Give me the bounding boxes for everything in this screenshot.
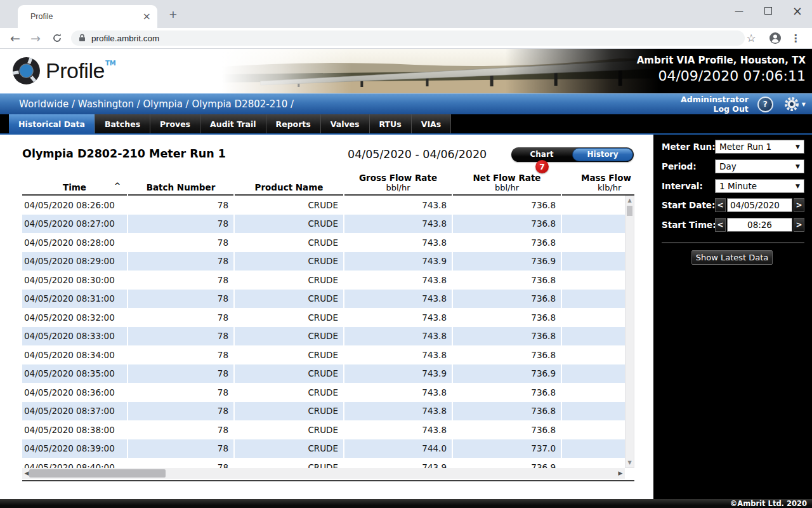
- table-row: 04/05/2020 08:30:00 78 CRUDE 743.8 736.8: [22, 271, 634, 290]
- table-row: 04/05/2020 08:37:00 78 CRUDE 743.8 736.8: [22, 402, 634, 421]
- nav-tab[interactable]: Valves: [321, 114, 370, 133]
- cell-time: 04/05/2020 08:38:00: [22, 420, 127, 439]
- cell-batch-number: 78: [128, 383, 233, 402]
- browser-menu-icon[interactable]: ⋮: [787, 28, 804, 48]
- nav-tab[interactable]: Historical Data: [9, 114, 95, 133]
- start-date-input[interactable]: [727, 198, 792, 212]
- cell-gross-flow-rate: 743.8: [344, 233, 452, 252]
- cell-net-flow-rate: 736.8: [453, 327, 561, 346]
- settings-menu[interactable]: ▼: [783, 96, 806, 112]
- profile-avatar-icon[interactable]: [766, 28, 784, 48]
- new-tab-button[interactable]: +: [165, 6, 181, 23]
- cell-batch-number: 78: [128, 252, 233, 271]
- logout-link[interactable]: Log Out: [681, 104, 749, 114]
- cell-product-name: CRUDE: [235, 345, 343, 364]
- column-header-gross-flow-rate[interactable]: Gross Flow Rate bbl/hr: [344, 170, 452, 196]
- cell-product-name: CRUDE: [235, 252, 343, 271]
- back-icon[interactable]: ←: [6, 28, 24, 48]
- show-latest-data-button[interactable]: Show Latest Data: [691, 250, 773, 265]
- help-icon[interactable]: ?: [757, 97, 773, 112]
- tab-close-icon[interactable]: ×: [143, 11, 151, 22]
- column-header-net-flow-rate[interactable]: Net Flow Rate bbl/hr: [453, 170, 561, 196]
- interval-label: Interval:: [662, 181, 703, 191]
- window-maximize-icon[interactable]: [754, 0, 783, 22]
- cell-product-name: CRUDE: [235, 420, 343, 439]
- cell-time: 04/05/2020 08:26:00: [22, 196, 127, 215]
- cell-net-flow-rate: 736.8: [453, 290, 561, 309]
- cell-batch-number: 78: [128, 439, 233, 458]
- window-minimize-icon[interactable]: —: [724, 0, 754, 22]
- start-time-input[interactable]: [727, 218, 792, 232]
- cell-net-flow-rate: 736.8: [453, 233, 561, 252]
- chevron-down-icon: ▼: [796, 163, 800, 170]
- table-row: 04/05/2020 08:40:00 78 CRUDE 743.9 736.9: [22, 458, 634, 468]
- cell-batch-number: 78: [128, 458, 233, 468]
- forward-icon[interactable]: →: [27, 28, 44, 48]
- cell-mass-flow-rate: [562, 402, 634, 421]
- start-time-prev-button[interactable]: <: [715, 218, 726, 232]
- nav-tab[interactable]: Batches: [95, 114, 150, 133]
- start-time-label: Start Time:: [662, 220, 716, 230]
- horizontal-scrollbar[interactable]: ◀ ▶: [22, 468, 625, 479]
- data-table: Time ^ Batch Number Product Name Gross F…: [22, 170, 634, 480]
- cell-mass-flow-rate: [562, 196, 634, 215]
- nav-tab[interactable]: RTUs: [370, 114, 412, 133]
- cell-product-name: CRUDE: [235, 215, 343, 234]
- cell-gross-flow-rate: 743.8: [344, 402, 452, 421]
- cell-gross-flow-rate: 743.8: [344, 271, 452, 290]
- interval-select[interactable]: 1 Minute ▼: [715, 179, 804, 193]
- cell-product-name: CRUDE: [235, 233, 343, 252]
- cell-time: 04/05/2020 08:37:00: [22, 402, 127, 421]
- chevron-down-icon: ▼: [802, 102, 806, 107]
- nav-tab[interactable]: VIAs: [412, 114, 451, 133]
- column-header-product-name[interactable]: Product Name: [235, 170, 343, 196]
- cell-product-name: CRUDE: [235, 458, 343, 468]
- scroll-up-icon[interactable]: ▲: [625, 196, 634, 205]
- column-header-mass-flow-rate[interactable]: Mass Flow R klb/hr: [562, 170, 634, 196]
- meter-run-select[interactable]: Meter Run 1 ▼: [715, 140, 804, 154]
- start-date-label: Start Date:: [662, 200, 715, 210]
- window-controls: — ×: [724, 0, 812, 22]
- nav-tab[interactable]: Proves: [150, 114, 200, 133]
- cell-time: 04/05/2020 08:39:00: [22, 439, 127, 458]
- cell-gross-flow-rate: 744.0: [344, 439, 452, 458]
- start-time-next-button[interactable]: >: [794, 218, 804, 232]
- cell-time: 04/05/2020 08:27:00: [22, 215, 127, 234]
- cell-time: 04/05/2020 08:32:00: [22, 308, 127, 327]
- bookmark-star-icon[interactable]: ☆: [742, 28, 760, 48]
- cell-mass-flow-rate: [562, 215, 634, 234]
- horizontal-scroll-thumb[interactable]: [29, 469, 166, 478]
- cell-mass-flow-rate: [562, 252, 634, 271]
- vertical-scrollbar[interactable]: ▲ ▼: [625, 196, 634, 468]
- period-select[interactable]: Day ▼: [715, 159, 804, 173]
- reload-icon[interactable]: [48, 28, 66, 48]
- cell-net-flow-rate: 736.8: [453, 402, 561, 421]
- table-row: 04/05/2020 08:39:00 78 CRUDE 744.0 737.0: [22, 439, 634, 458]
- vertical-scroll-thumb[interactable]: [627, 206, 632, 216]
- scroll-down-icon[interactable]: ▼: [625, 458, 634, 467]
- meter-run-label: Meter Run:: [662, 142, 716, 152]
- browser-tab[interactable]: Profile ×: [18, 5, 157, 28]
- url-bar[interactable]: profile.ambrit.com: [71, 30, 745, 46]
- column-header-time[interactable]: Time ^: [22, 170, 127, 196]
- lock-icon[interactable]: [79, 32, 86, 44]
- toggle-history-button[interactable]: History: [572, 148, 633, 161]
- profile-logo: Profile TM: [11, 56, 116, 86]
- nav-tab[interactable]: Audit Trail: [200, 114, 266, 133]
- nav-tab[interactable]: Reports: [266, 114, 321, 133]
- breadcrumb[interactable]: Worldwide / Washington / Olympia / Olymp…: [19, 98, 294, 110]
- cell-gross-flow-rate: 743.9: [344, 458, 452, 468]
- scroll-right-icon[interactable]: ▶: [616, 468, 625, 479]
- start-date-prev-button[interactable]: <: [715, 198, 726, 212]
- cell-batch-number: 78: [128, 233, 233, 252]
- column-header-batch-number[interactable]: Batch Number: [128, 170, 233, 196]
- cell-mass-flow-rate: [562, 458, 634, 468]
- cell-product-name: CRUDE: [235, 290, 343, 309]
- sort-asc-icon[interactable]: ^: [114, 182, 121, 190]
- cell-time: 04/05/2020 08:31:00: [22, 290, 127, 309]
- window-close-icon[interactable]: ×: [783, 0, 812, 22]
- start-date-next-button[interactable]: >: [794, 198, 804, 212]
- historical-data-panel: Olympia D2802-210 Meter Run 1 04/05/2020…: [0, 135, 653, 499]
- cell-net-flow-rate: 737.0: [453, 439, 561, 458]
- current-datetime: 04/09/2020 07:06:11: [637, 68, 806, 84]
